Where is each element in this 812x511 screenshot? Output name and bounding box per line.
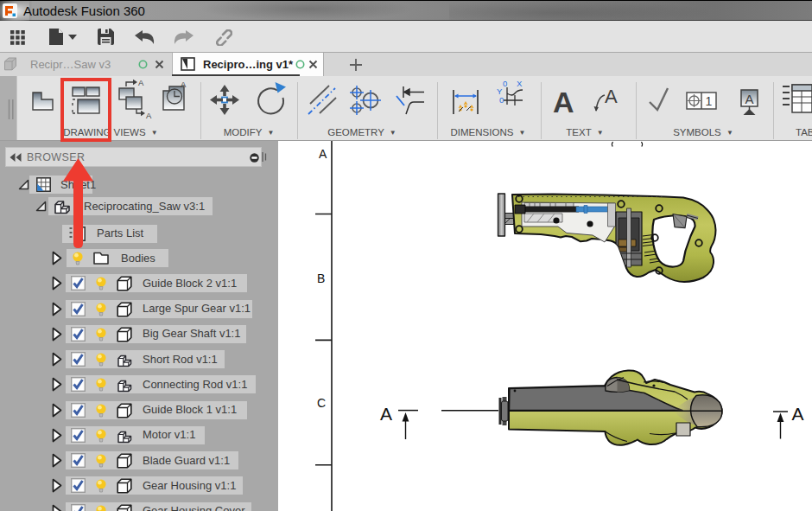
svg-text:0: 0	[499, 95, 504, 105]
svg-text:1: 1	[706, 94, 713, 108]
svg-text:A: A	[553, 86, 574, 118]
svg-text:A: A	[181, 80, 187, 89]
svg-text:0: 0	[503, 79, 507, 88]
svg-text:A: A	[138, 78, 144, 87]
svg-text:A: A	[380, 404, 392, 424]
svg-text:A: A	[745, 92, 754, 106]
svg-text:A: A	[146, 111, 152, 120]
svg-text:A: A	[792, 404, 804, 424]
svg-text:A: A	[605, 86, 618, 107]
svg-text:X: X	[517, 79, 523, 88]
